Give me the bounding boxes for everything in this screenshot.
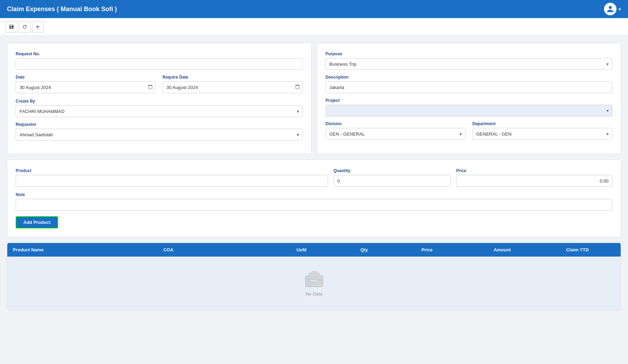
svg-rect-2 bbox=[311, 272, 317, 274]
note-input[interactable] bbox=[16, 199, 612, 211]
toolbar bbox=[0, 18, 628, 36]
date-group: Date bbox=[16, 75, 156, 93]
requestor-select-wrapper: Ahmad Saefulah bbox=[16, 129, 303, 140]
col-uom: UoM bbox=[264, 247, 339, 252]
product-table: Product Name COA UoM Qty Price Amount Cl… bbox=[7, 243, 621, 311]
add-product-wrapper: Add Product bbox=[16, 216, 612, 228]
price-label: Price bbox=[456, 168, 612, 173]
date-input[interactable] bbox=[16, 81, 156, 93]
create-by-select-wrapper: FACHRI MUHAMMAD bbox=[16, 105, 303, 117]
note-group: Note bbox=[16, 192, 612, 211]
quantity-label: Quantity bbox=[334, 168, 451, 173]
calendar-icon-2 bbox=[295, 84, 300, 90]
page-title: Claim Expenses ( Manual Book Sofi ) bbox=[7, 6, 117, 13]
col-price: Price bbox=[389, 247, 464, 252]
project-select[interactable] bbox=[326, 105, 613, 116]
requestor-group: Requestor Ahmad Saefulah bbox=[16, 122, 303, 140]
calendar-icon bbox=[148, 84, 153, 90]
division-select-wrapper: GEN - GENERAL bbox=[326, 128, 466, 140]
right-form-card: Purpose Business Trip Description Projec… bbox=[317, 43, 621, 154]
purpose-group: Purpose Business Trip bbox=[326, 51, 613, 70]
division-select[interactable]: GEN - GENERAL bbox=[326, 128, 466, 140]
department-label: Department bbox=[472, 121, 612, 126]
create-by-group: Create By FACHRI MUHAMMAD bbox=[16, 99, 303, 117]
quantity-input[interactable] bbox=[334, 175, 451, 187]
quantity-group: Quantity bbox=[334, 168, 451, 187]
table-body: No Data bbox=[7, 257, 621, 310]
back-button[interactable] bbox=[32, 21, 44, 33]
purpose-label: Purpose bbox=[326, 51, 613, 56]
request-no-input[interactable] bbox=[16, 58, 303, 70]
col-claim-ytd: Claim YTD bbox=[540, 247, 615, 252]
col-qty: Qty bbox=[339, 247, 389, 252]
product-label: Product bbox=[16, 168, 328, 173]
purpose-select-wrapper: Business Trip bbox=[326, 58, 613, 70]
no-data-text: No Data bbox=[306, 291, 323, 297]
date-row: Date Require Date bbox=[16, 75, 303, 93]
col-amount: Amount bbox=[464, 247, 540, 252]
save-button[interactable] bbox=[6, 21, 17, 33]
price-group: Price bbox=[456, 168, 612, 187]
project-label: Project bbox=[326, 98, 613, 103]
request-no-group: Request No. bbox=[16, 51, 303, 70]
svg-rect-1 bbox=[311, 280, 318, 282]
description-input[interactable] bbox=[326, 81, 613, 93]
date-input-wrapper bbox=[16, 81, 156, 93]
col-coa: COA bbox=[164, 247, 264, 252]
require-date-input-wrapper bbox=[162, 81, 302, 93]
request-no-label: Request No. bbox=[16, 51, 303, 56]
refresh-button[interactable] bbox=[19, 21, 31, 33]
require-date-label: Require Date bbox=[162, 75, 302, 80]
require-date-input[interactable] bbox=[162, 81, 302, 93]
note-label: Note bbox=[16, 192, 612, 197]
create-by-select[interactable]: FACHRI MUHAMMAD bbox=[16, 105, 303, 117]
project-select-wrapper bbox=[326, 105, 613, 116]
no-data-icon bbox=[304, 270, 325, 288]
user-menu[interactable]: ▾ bbox=[604, 3, 621, 15]
avatar[interactable] bbox=[604, 3, 617, 15]
left-form-card: Request No. Date Requi bbox=[7, 43, 311, 154]
app-header: Claim Expenses ( Manual Book Sofi ) ▾ bbox=[0, 0, 628, 18]
chevron-down-icon: ▾ bbox=[619, 7, 621, 12]
create-by-label: Create By bbox=[16, 99, 303, 104]
main-content: Request No. Date Requi bbox=[0, 36, 628, 318]
price-input[interactable] bbox=[456, 175, 612, 187]
product-group: Product bbox=[16, 168, 328, 187]
requestor-select[interactable]: Ahmad Saefulah bbox=[16, 129, 303, 140]
description-label: Description bbox=[326, 75, 613, 80]
description-group: Description bbox=[326, 75, 613, 93]
division-group: Division GEN - GENERAL bbox=[326, 121, 466, 140]
purpose-select[interactable]: Business Trip bbox=[326, 58, 613, 70]
requestor-label: Requestor bbox=[16, 122, 303, 127]
department-select[interactable]: GENERAL - GEN bbox=[472, 128, 612, 140]
product-card: Product Quantity Price Note Add Product bbox=[7, 160, 621, 237]
date-label: Date bbox=[16, 75, 156, 80]
department-group: Department GENERAL - GEN bbox=[472, 121, 612, 140]
project-group: Project bbox=[326, 98, 613, 116]
col-product-name: Product Name bbox=[13, 247, 164, 252]
product-form-row: Product Quantity Price bbox=[16, 168, 612, 187]
division-label: Division bbox=[326, 121, 466, 126]
add-product-button[interactable]: Add Product bbox=[16, 216, 58, 228]
department-select-wrapper: GENERAL - GEN bbox=[472, 128, 612, 140]
require-date-group: Require Date bbox=[162, 75, 302, 93]
division-department-row: Division GEN - GENERAL Department GENERA… bbox=[326, 121, 613, 140]
table-header: Product Name COA UoM Qty Price Amount Cl… bbox=[7, 243, 621, 257]
form-cards: Request No. Date Requi bbox=[7, 43, 621, 154]
product-input[interactable] bbox=[16, 175, 328, 187]
